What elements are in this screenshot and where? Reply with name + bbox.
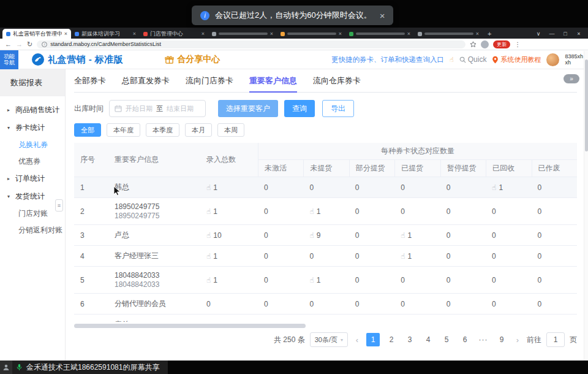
tab-close-icon[interactable]: ×: [407, 31, 410, 37]
sidebar-item-distribution-rebate[interactable]: 分销返利对账: [0, 222, 65, 239]
tab-close-icon[interactable]: ×: [339, 31, 342, 37]
horizontal-scrollbar[interactable]: [74, 324, 577, 328]
cell-value[interactable]: ☝1: [394, 246, 440, 266]
cell-value[interactable]: ☝10: [200, 225, 258, 245]
cell-value[interactable]: ☝1: [200, 198, 258, 224]
table-row[interactable]: 1韩总☝100000☝10: [74, 177, 577, 198]
quick-search[interactable]: Quick: [459, 55, 487, 64]
reload-icon[interactable]: ↻: [27, 41, 32, 48]
browser-tab[interactable]: 新媒体培训学习 ×: [71, 29, 140, 39]
prev-page-button[interactable]: ‹: [353, 335, 361, 345]
sidebar-group-product-sales[interactable]: ▸ 商品销售统计: [0, 101, 65, 119]
cell-seq: 1: [74, 177, 108, 197]
scrollbar-thumb[interactable]: [74, 324, 306, 328]
cell-value[interactable]: ☝1: [200, 267, 258, 293]
quick-filter-year[interactable]: 本年度: [107, 123, 140, 137]
browser-tab[interactable]: ×: [208, 29, 277, 39]
tutorial-link[interactable]: 系统使用教程: [492, 55, 541, 64]
address-bar[interactable]: i standard.maboy.cn/CardMemberStatistics…: [37, 40, 466, 48]
start-date-input[interactable]: 开始日期: [126, 104, 153, 113]
browser-menu-icon[interactable]: ⋮: [514, 41, 521, 48]
tab-warehouse-flow-cards[interactable]: 流向仓库券卡: [313, 75, 361, 92]
cell-value[interactable]: ☝1: [303, 198, 349, 224]
page-ellipsis[interactable]: ···: [477, 333, 490, 346]
sidebar-item-coupon[interactable]: 优惠券: [0, 153, 65, 170]
page-number[interactable]: 9: [495, 333, 508, 346]
forward-icon[interactable]: →: [16, 41, 23, 48]
quick-filter-month[interactable]: 本月: [185, 123, 212, 137]
update-badge[interactable]: 更新: [493, 40, 510, 48]
page-number[interactable]: 2: [385, 333, 398, 346]
browser-tab[interactable]: 门店管理中心 ×: [140, 29, 208, 39]
scrollbar-thumb[interactable]: [585, 59, 588, 151]
tab-close-icon[interactable]: ×: [133, 31, 136, 37]
sidebar-group-card-stats[interactable]: ▾ 券卡统计: [0, 119, 65, 137]
browser-tab[interactable]: ×: [345, 29, 414, 39]
end-date-input[interactable]: 结束日期: [167, 104, 194, 113]
table-row[interactable]: 21895024977518950249775☝10☝100000: [74, 198, 577, 225]
cell-value[interactable]: ☝1: [200, 177, 258, 197]
table-row[interactable]: 6分销代理的会员00000000: [74, 294, 577, 315]
quick-filter-quarter[interactable]: 本季度: [146, 123, 179, 137]
tab-search-icon[interactable]: ∨: [532, 29, 545, 39]
filter-label: 出库时间: [74, 104, 104, 114]
browser-tab[interactable]: ×: [414, 29, 483, 39]
site-info-icon[interactable]: i: [42, 42, 47, 47]
new-tab-button[interactable]: +: [488, 30, 491, 37]
table-row[interactable]: 51804884203318048842033☝10☝100000: [74, 267, 577, 294]
function-nav-button[interactable]: 功能 导航: [0, 50, 18, 69]
back-icon[interactable]: ←: [5, 41, 12, 48]
sidebar-collapse-handle[interactable]: ≡: [55, 199, 63, 212]
cell-value[interactable]: ☝1: [303, 267, 349, 293]
page-number[interactable]: 3: [403, 333, 417, 346]
cell-value[interactable]: ☝9: [303, 225, 349, 245]
page-number[interactable]: 5: [440, 333, 453, 346]
profile-avatar[interactable]: [481, 40, 489, 48]
cell-value[interactable]: ☝1: [200, 246, 258, 266]
page-size-select[interactable]: 30条/页 ▾: [310, 332, 348, 347]
quick-entry-hint[interactable]: 更快捷的券卡、订单和快递查询入口: [331, 55, 444, 64]
sidebar-item-redeem-voucher[interactable]: 兑换礼券: [0, 137, 65, 153]
bookmark-star-icon[interactable]: [470, 41, 477, 48]
microphone-icon: [16, 364, 23, 371]
tab-close-icon[interactable]: ×: [270, 31, 273, 37]
quick-filter-week[interactable]: 本周: [217, 123, 244, 137]
minimize-icon[interactable]: —: [545, 29, 559, 39]
cell-value[interactable]: ☝1: [394, 225, 440, 245]
select-customer-button[interactable]: 选择重要客户: [218, 100, 278, 117]
table-row[interactable]: 4客户经理张三☝1000☝1000: [74, 246, 577, 267]
page-number[interactable]: 6: [458, 333, 472, 346]
window-close-icon[interactable]: ×: [572, 29, 586, 39]
column-header-status: 部分提货: [349, 160, 394, 177]
query-button[interactable]: 查询: [284, 100, 315, 117]
page-number[interactable]: 1: [366, 333, 380, 346]
tab-all-cards[interactable]: 全部券卡: [74, 75, 106, 92]
table-row[interactable]: 3卢总☝100☝90☝1000: [74, 225, 577, 246]
browser-tab[interactable]: ×: [277, 29, 345, 39]
toast-close-icon[interactable]: ×: [380, 10, 385, 21]
tab-close-icon[interactable]: ×: [64, 31, 67, 37]
tab-important-customers[interactable]: 重要客户信息: [249, 75, 297, 93]
tab-hq-direct-cards[interactable]: 总部直发券卡: [122, 75, 170, 92]
collapse-panel-button[interactable]: »: [564, 74, 579, 83]
share-center-link[interactable]: 合分享中心: [165, 54, 220, 65]
vertical-scrollbar[interactable]: [584, 51, 588, 361]
next-page-button[interactable]: ›: [513, 335, 522, 345]
maximize-icon[interactable]: □: [559, 29, 572, 39]
tab-store-flow-cards[interactable]: 流向门店券卡: [186, 75, 233, 92]
cell-value[interactable]: ☝20: [200, 315, 258, 322]
export-button[interactable]: 导出: [322, 100, 354, 117]
goto-page-input[interactable]: 1: [546, 332, 565, 347]
quick-search-label: Quick: [468, 55, 487, 64]
table-row[interactable]: 7唐总☝200☝1800000: [74, 315, 577, 322]
sidebar-group-order-stats[interactable]: ▸ 订单统计: [0, 170, 65, 188]
date-range-input[interactable]: 开始日期 至 结束日期: [109, 100, 206, 117]
cell-value[interactable]: ☝1: [486, 177, 531, 197]
tab-close-icon[interactable]: ×: [476, 31, 479, 37]
cell-value[interactable]: ☝18: [303, 315, 349, 322]
browser-tab-active[interactable]: 礼盒营销平台管理中心 ×: [2, 29, 71, 39]
quick-filter-all[interactable]: 全部: [74, 123, 101, 137]
tab-close-icon[interactable]: ×: [202, 31, 205, 37]
page-number[interactable]: 4: [421, 333, 435, 346]
user-avatar[interactable]: [546, 53, 559, 66]
